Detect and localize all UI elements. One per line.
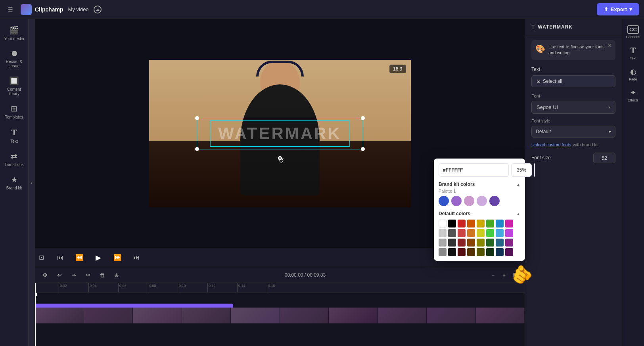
watermark-selection-box[interactable]: ↺ WATERMARK [197,118,363,149]
right-panel: T WATERMARK 🎨 Use text to finesse your f… [525,19,622,346]
captions-label: Captions [626,35,640,39]
color-near-black[interactable] [448,248,456,256]
panel-body: 🎨 Use text to finesse your fonts and wri… [525,35,622,346]
color-light-orange[interactable] [467,229,475,237]
rewind-button[interactable]: ⏮ [54,251,67,264]
color-plum[interactable] [505,248,513,256]
default-colors-chevron[interactable]: ▲ [516,212,520,216]
timeline-tool-cut[interactable]: ✂ [82,270,94,281]
color-navy[interactable] [496,248,504,256]
timeline-tool-add[interactable]: ⊕ [111,270,122,281]
ruler-tick-02: 0:02 [59,283,67,292]
color-forest[interactable] [486,248,494,256]
color-mid-gray[interactable] [439,239,447,247]
color-maroon[interactable] [458,248,466,256]
color-gray[interactable] [439,248,447,256]
color-purple[interactable] [505,229,513,237]
sidebar-item-text[interactable]: T Text [2,124,27,147]
color-dark-red[interactable] [458,239,466,247]
tip-close-button[interactable]: ✕ [608,42,612,49]
upload-fonts-text: Upload custom fonts with brand kit [531,141,615,148]
color-blue[interactable] [496,220,504,227]
hamburger-menu[interactable]: ☰ [5,4,16,15]
sidebar-item-transitions[interactable]: ⇄ Transitions [2,148,27,170]
ruler-tick-12: 0:12 [207,283,216,292]
sidebar-item-content-library[interactable]: 🔲 Content library [2,73,27,99]
clipchamp-logo-icon [21,4,32,15]
subtitle-button[interactable]: ⊡ [35,251,48,264]
color-pink[interactable] [505,220,513,227]
select-all-button[interactable]: ⊠ Select all [531,75,615,87]
color-orange[interactable] [467,220,475,227]
zoom-out-button[interactable]: − [488,270,498,280]
skip-button[interactable]: ⏭ [130,251,143,264]
color-opacity-input[interactable] [511,163,532,177]
handle-bottom-left[interactable] [195,147,199,151]
sidebar-label-record: Record & create [3,59,25,68]
color-dark-blue[interactable] [496,239,504,247]
forward-button[interactable]: ⏩ [111,251,124,264]
far-right-effects[interactable]: ✦ Effects [624,85,643,105]
left-sidebar: 🎬 Your media ⏺ Record & create 🔲 Content… [0,19,29,346]
handle-top-right[interactable] [361,116,365,120]
color-brown[interactable] [467,248,475,256]
handle-rotate[interactable]: ↺ [278,156,282,160]
timeline-tool-delete[interactable]: 🗑 [97,270,108,281]
upload-custom-fonts-link[interactable]: Upload custom fonts [531,142,571,147]
play-button[interactable]: ▶ [92,251,105,264]
brand-swatch-0[interactable] [439,196,449,206]
handle-top-left[interactable] [195,116,199,120]
color-light-green[interactable] [486,229,494,237]
color-red[interactable] [458,220,466,227]
color-light-gray[interactable] [439,229,447,237]
sidebar-label-brand-kit: Brand kit [6,186,22,190]
far-right-captions[interactable]: CC Captions [624,22,643,42]
handle-bottom-right[interactable] [361,147,365,151]
color-dark-gray[interactable] [448,229,456,237]
font-style-selector[interactable]: Default ▾ [531,126,615,138]
export-button[interactable]: ⬆ Export ▾ [597,3,639,15]
color-dark-purple[interactable] [505,239,513,247]
effects-icon: ✦ [630,88,636,97]
zoom-fit-button[interactable]: ⊡ [510,270,520,280]
sidebar-item-your-media[interactable]: 🎬 Your media [2,22,27,44]
brand-swatch-2[interactable] [464,196,474,206]
color-dark-green[interactable] [486,239,494,247]
color-lime[interactable] [477,229,485,237]
far-right-text[interactable]: T Text [624,43,643,63]
sidebar-item-brand-kit[interactable]: ★ Brand kit [2,172,27,193]
brand-colors-chevron[interactable]: ▲ [516,182,520,187]
back-button[interactable]: ⏪ [73,251,86,264]
font-selector[interactable]: Segoe UI ▾ [531,101,615,114]
cloud-save-icon[interactable]: ☁ [94,6,102,13]
timeline-tool-move[interactable]: ✤ [40,270,51,281]
timeline-tool-redo[interactable]: ↪ [68,270,79,281]
color-light-red[interactable] [458,229,466,237]
color-light-blue[interactable] [496,229,504,237]
font-size-input[interactable] [593,153,615,163]
brand-swatch-4[interactable] [489,196,500,206]
brand-swatch-1[interactable] [451,196,462,206]
sidebar-item-record-create[interactable]: ⏺ Record & create [2,46,27,71]
watermark-text[interactable]: WATERMARK [210,120,350,147]
color-hex-input[interactable] [439,163,509,177]
transparent-color-button[interactable] [534,163,535,177]
color-dark-olive[interactable] [477,248,485,256]
ruler-tick-10: 0:10 [178,283,186,292]
color-dark-orange[interactable] [467,239,475,247]
sidebar-item-templates[interactable]: ⊞ Templates [2,101,27,122]
color-white[interactable] [439,220,447,227]
zoom-in-button[interactable]: + [499,270,509,280]
color-olive[interactable] [477,239,485,247]
default-color-grid [439,220,520,256]
color-charcoal[interactable] [448,239,456,247]
far-right-fade[interactable]: ◐ Fade [624,64,643,84]
color-yellow[interactable] [477,220,485,227]
video-filmstrip[interactable] [35,308,525,323]
captions-icon: CC [627,25,639,34]
brand-swatch-3[interactable] [477,196,487,206]
color-black[interactable] [448,220,456,227]
color-green[interactable] [486,220,494,227]
timeline-tool-undo[interactable]: ↩ [54,270,65,281]
sidebar-collapse-button[interactable]: › [29,19,35,346]
